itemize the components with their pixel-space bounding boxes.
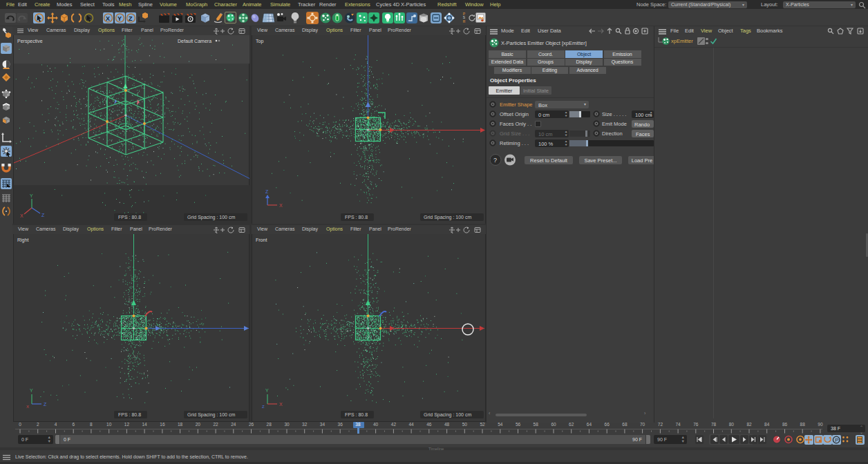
- svg-text:Y: Y: [30, 193, 33, 198]
- svg-text:Grid Spacing : 100 cm: Grid Spacing : 100 cm: [187, 412, 235, 418]
- svg-text:X: X: [20, 213, 23, 218]
- svg-text:Y: Y: [117, 15, 122, 22]
- svg-text:FPS : 80.8: FPS : 80.8: [118, 215, 141, 220]
- svg-text:Y: Y: [30, 388, 33, 393]
- svg-text:Z: Z: [44, 402, 47, 407]
- svg-text:FPS : 80.8: FPS : 80.8: [118, 412, 141, 417]
- svg-text:Grid Spacing : 100 cm: Grid Spacing : 100 cm: [424, 412, 471, 418]
- svg-text:Z: Z: [262, 405, 265, 409]
- svg-text:FPS : 80.8: FPS : 80.8: [345, 412, 368, 417]
- svg-text:Z: Z: [265, 189, 269, 194]
- svg-text:P: P: [835, 437, 838, 443]
- svg-text:X: X: [279, 203, 283, 208]
- svg-text:Z: Z: [41, 213, 45, 218]
- svg-text:FPS : 80.8: FPS : 80.8: [345, 215, 368, 220]
- svg-text:X: X: [26, 405, 29, 409]
- svg-text:Z: Z: [129, 15, 133, 22]
- svg-text:X: X: [106, 15, 110, 22]
- svg-text:Grid Spacing : 100 cm: Grid Spacing : 100 cm: [187, 215, 235, 220]
- svg-text:?: ?: [493, 157, 497, 164]
- svg-text:Grid Spacing : 100 cm: Grid Spacing : 100 cm: [424, 215, 471, 220]
- svg-text:X: X: [279, 402, 283, 407]
- svg-text:Y: Y: [265, 388, 269, 393]
